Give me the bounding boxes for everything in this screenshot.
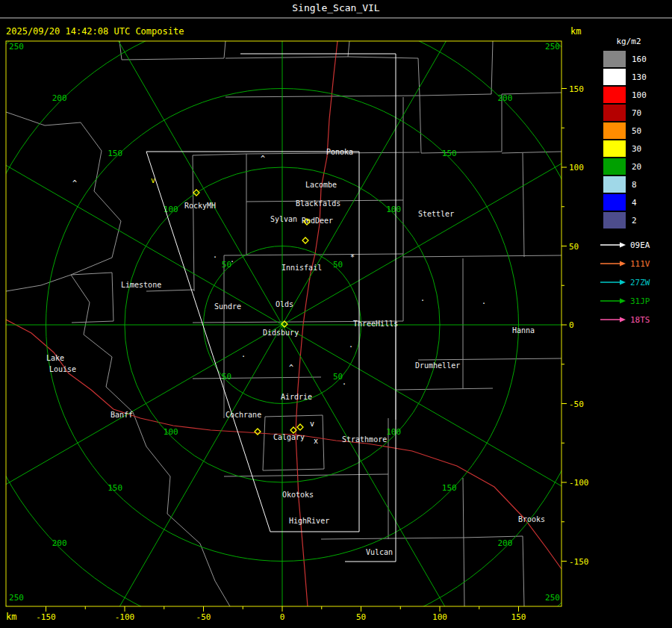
right-axis-label-150: 150 <box>569 84 584 94</box>
legend-value-130: 130 <box>632 72 647 82</box>
legend-value-30: 30 <box>632 144 641 154</box>
right-axis-label-0: 0 <box>569 320 574 330</box>
legend-value-70: 70 <box>632 108 641 118</box>
legend-value-20: 20 <box>632 162 641 172</box>
storm-track-arrow-head-09EA <box>620 243 626 248</box>
right-axis-label-100: 100 <box>569 163 584 172</box>
bottom-axis-label-50: 50 <box>356 612 366 622</box>
storm-track-id-09EA: 09EA <box>630 240 650 250</box>
right-axis-label--150: -150 <box>569 557 589 567</box>
timestamp-label: 2025/09/20 14:42:08 UTC Composite <box>6 26 184 37</box>
bottom-axis-label-0: 0 <box>280 612 285 622</box>
storm-track-id-31JP: 31JP <box>630 296 650 306</box>
map-area[interactable] <box>6 41 561 606</box>
legend-swatch-160 <box>603 51 626 67</box>
legend-swatch-130 <box>603 69 626 85</box>
legend-swatch-8 <box>603 176 626 193</box>
window-title: Single_Scan_VIL <box>292 2 380 13</box>
legend-value-100: 100 <box>632 90 647 100</box>
legend-swatch-30 <box>603 140 626 157</box>
legend-swatch-70 <box>603 105 626 121</box>
bottom-axis-label-150: 150 <box>511 612 526 622</box>
legend-value-8: 8 <box>632 180 637 190</box>
right-axis-label--100: -100 <box>569 478 589 488</box>
right-axis-unit: km <box>570 26 581 37</box>
bottom-axis-label--100: -100 <box>115 612 135 622</box>
legend-swatch-100 <box>603 87 626 103</box>
storm-track-arrow-head-27ZW <box>620 280 626 285</box>
bottom-axis-label--150: -150 <box>36 612 56 622</box>
right-axis-label-50: 50 <box>569 242 579 252</box>
legend-value-4: 4 <box>632 198 637 208</box>
storm-track-arrow-head-111V <box>620 261 626 267</box>
legend-swatch-50 <box>603 122 626 139</box>
bottom-axis-label-100: 100 <box>432 612 447 622</box>
map-axes: -150-150-100-100-50-50005050100100150150 <box>6 41 589 622</box>
storm-track-id-111V: 111V <box>630 259 650 269</box>
legend-value-2: 2 <box>632 216 637 226</box>
right-axis-label--50: -50 <box>569 400 584 409</box>
legend-unit-label: kg/m2 <box>616 37 641 46</box>
radar-display-window: Single_Scan_VIL 2025/09/20 14:42:08 UTC … <box>0 0 672 628</box>
bottom-axis-unit: km <box>6 612 16 622</box>
legend-value-50: 50 <box>632 126 641 136</box>
storm-track-id-27ZW: 27ZW <box>630 278 650 287</box>
legend-swatch-20 <box>603 158 626 175</box>
bottom-axis-label--50: -50 <box>196 612 211 622</box>
vil-color-legend: 16013010070503020842 <box>603 51 647 228</box>
storm-track-id-18TS: 18TS <box>630 315 650 325</box>
storm-track-legend: 09EA111V27ZW31JP18TS <box>600 240 650 325</box>
legend-value-160: 160 <box>632 55 647 64</box>
legend-swatch-2 <box>603 212 626 228</box>
storm-track-arrow-head-18TS <box>620 317 626 323</box>
legend-swatch-4 <box>603 194 626 211</box>
storm-track-arrow-head-31JP <box>620 299 626 304</box>
